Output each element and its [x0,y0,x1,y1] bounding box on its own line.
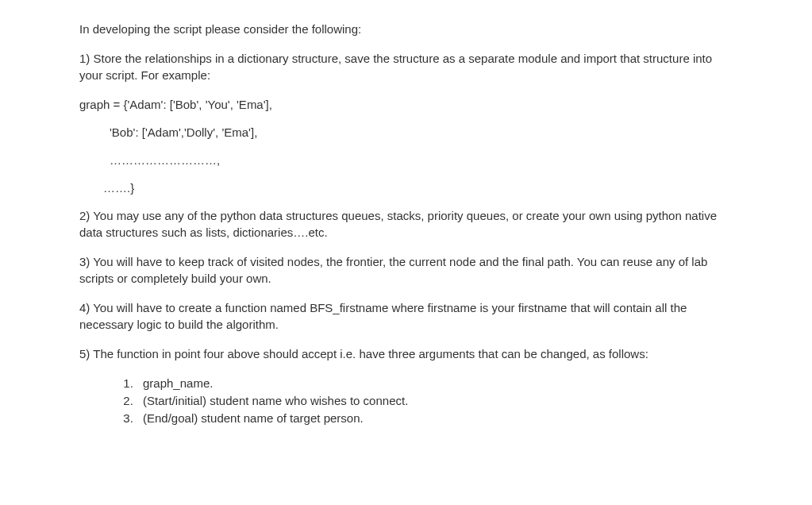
code-line-1: graph = {'Adam': ['Bob', 'You', 'Ema'], [79,96,733,113]
code-line-2: 'Bob': ['Adam','Dolly', 'Ema'], [79,124,733,141]
argument-item-1: graph_name. [137,375,733,391]
argument-list: graph_name. (Start/initial) student name… [121,375,733,426]
point-1: 1) Store the relationships in a dictiona… [79,50,733,83]
argument-item-3: (End/goal) student name of target person… [137,410,733,426]
argument-item-2: (Start/initial) student name who wishes … [137,392,733,409]
point-5: 5) The function in point four above shou… [79,345,733,362]
point-2: 2) You may use any of the python data st… [79,207,733,241]
point-3: 3) You will have to keep track of visite… [79,253,733,287]
point-4: 4) You will have to create a function na… [79,299,733,333]
intro-paragraph: In developing the script please consider… [79,21,733,37]
code-line-3: ………………………, [79,152,733,168]
code-line-4: …….} [79,179,733,196]
